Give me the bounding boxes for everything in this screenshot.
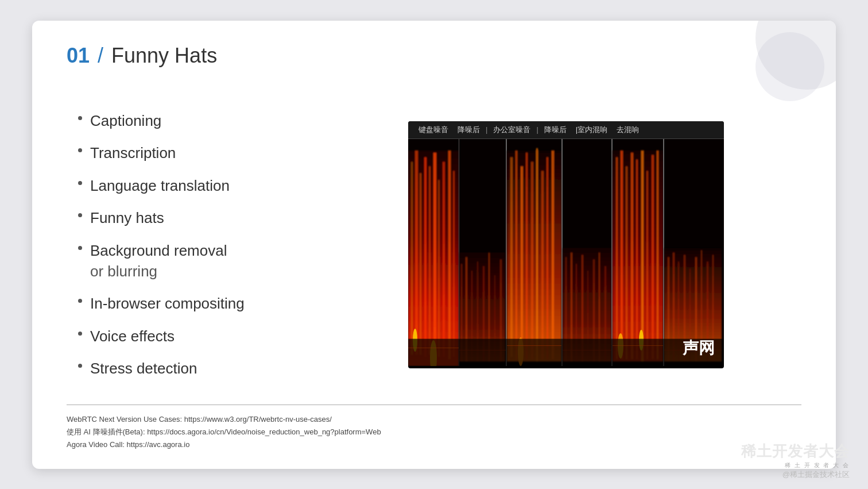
spectrogram-svg (408, 139, 724, 366)
svg-rect-3 (415, 151, 418, 355)
bullet-text-transcription: Transcription (90, 143, 176, 163)
bullet-text-stress-detection: Stress detection (90, 358, 197, 379)
slide-header: 01/ Funny Hats (67, 44, 801, 68)
svg-rect-32 (552, 151, 554, 359)
slide-slash: / (98, 44, 103, 68)
svg-rect-26 (521, 166, 523, 359)
svg-rect-47 (626, 166, 627, 359)
svg-rect-50 (641, 151, 644, 361)
image-section: 键盘噪音 降噪后 | 办公室噪音 | 降噪后 |室内混响 去混响 (331, 91, 801, 399)
footer-line-1: WebRTC Next Version Use Cases: https://w… (67, 413, 801, 426)
watermark: 声网 (683, 337, 715, 359)
svg-rect-7 (433, 153, 436, 359)
footer-line-2: 使用 AI 降噪插件(Beta): https://docs.agora.io/… (67, 426, 801, 438)
svg-rect-49 (636, 159, 638, 359)
bullet-dot (78, 364, 82, 368)
list-item: Voice effects (78, 320, 308, 352)
svg-rect-9 (443, 161, 445, 357)
svg-rect-10 (448, 151, 451, 359)
bullet-dot (78, 213, 82, 217)
svg-rect-31 (547, 157, 548, 359)
svg-rect-70 (408, 338, 724, 365)
svg-rect-6 (429, 166, 431, 355)
bullet-dot (78, 332, 82, 336)
svg-rect-8 (438, 180, 440, 357)
svg-rect-52 (652, 155, 654, 360)
spec-label-1: 键盘噪音 (414, 125, 453, 135)
bullet-text-voice-effects: Voice effects (90, 326, 175, 346)
branding: 稀土开发者大会 稀 土 开 发 者 大 会 @稀土掘金技术社区 (741, 441, 850, 480)
svg-rect-4 (420, 173, 421, 355)
bullet-text-in-browser: In-browser compositing (90, 293, 245, 314)
spectrogram-canvas: 声网 (408, 139, 724, 366)
svg-rect-27 (526, 153, 528, 359)
list-item: Funny hats (78, 202, 308, 234)
list-item: Background removal or blurring (78, 234, 308, 288)
bullet-text-funny-hats: Funny hats (90, 207, 164, 228)
svg-rect-51 (646, 171, 648, 359)
spec-label-5: |室内混响 (571, 125, 612, 135)
svg-rect-30 (541, 171, 544, 359)
svg-rect-54 (663, 139, 664, 366)
bullet-text-background-removal: Background removal (90, 240, 227, 261)
bullet-text-captioning: Captioning (90, 110, 161, 131)
svg-rect-48 (631, 153, 633, 359)
spec-label-6: 去混响 (612, 125, 644, 135)
bullet-list: Captioning Transcription Language transl… (78, 105, 308, 385)
spectrogram-header: 键盘噪音 降噪后 | 办公室噪音 | 降噪后 |室内混响 去混响 (408, 121, 724, 139)
branding-title: 稀土开发者大会 (741, 441, 850, 461)
bullet-dot (78, 299, 82, 303)
svg-rect-22 (506, 139, 507, 366)
slide-body: Captioning Transcription Language transl… (67, 91, 801, 399)
list-item: Transcription (78, 137, 308, 169)
branding-handle: @稀土掘金技术社区 (741, 469, 850, 480)
branding-subtitle: 稀 土 开 发 者 大 会 (741, 461, 850, 469)
spectrogram-image: 键盘噪音 降噪后 | 办公室噪音 | 降噪后 |室内混响 去混响 (408, 121, 724, 368)
bullet-text-language-translation: Language translation (90, 175, 230, 196)
slide-footer: WebRTC Next Version Use Cases: https://w… (67, 405, 801, 451)
list-item: Stress detection (78, 352, 308, 384)
svg-rect-5 (424, 157, 427, 357)
bullet-dot (78, 148, 82, 152)
spec-label-4: 降噪后 (540, 125, 571, 135)
svg-rect-12 (459, 139, 459, 366)
bullet-dot (78, 181, 82, 185)
svg-rect-11 (453, 171, 455, 357)
footer-line-3: Agora Video Call: https://avc.agora.io (67, 438, 801, 451)
svg-rect-33 (561, 139, 563, 366)
footer-text: WebRTC Next Version Use Cases: https://w… (67, 413, 801, 451)
bullet-dot (78, 246, 82, 250)
spec-label-3: 办公室噪音 (489, 125, 535, 135)
slide-container: 01/ Funny Hats Captioning Transcription … (32, 21, 836, 469)
bullet-list-section: Captioning Transcription Language transl… (67, 91, 308, 399)
slide-number: 01 (67, 44, 90, 68)
svg-rect-46 (621, 151, 623, 359)
bullet-text-or-blurring: or blurring (90, 261, 227, 282)
svg-rect-29 (536, 148, 538, 361)
spec-label-2: 降噪后 (453, 125, 485, 135)
slide-title: Funny Hats (111, 44, 217, 68)
svg-rect-25 (516, 151, 517, 359)
svg-rect-53 (657, 151, 658, 359)
list-item: In-browser compositing (78, 287, 308, 319)
svg-rect-28 (531, 161, 533, 359)
svg-rect-45 (616, 157, 618, 359)
bullet-dot (78, 116, 82, 120)
svg-rect-43 (611, 139, 613, 366)
svg-rect-2 (411, 161, 413, 355)
bg-decoration (721, 21, 836, 124)
svg-rect-24 (510, 157, 513, 357)
list-item: Language translation (78, 170, 308, 202)
list-item: Captioning (78, 105, 308, 137)
